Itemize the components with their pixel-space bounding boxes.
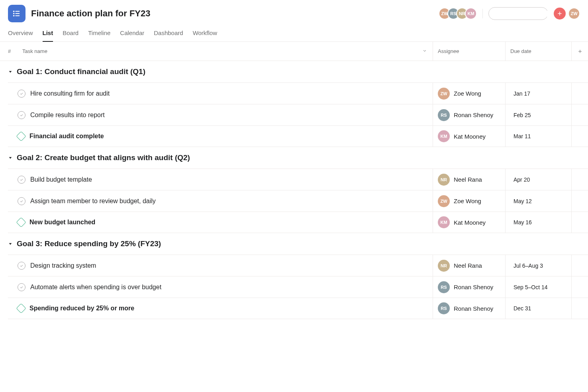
search-input[interactable]	[488, 7, 548, 20]
task-name: Hire consulting firm for audit	[30, 90, 110, 97]
tab-calendar[interactable]: Calendar	[120, 29, 144, 41]
task-row[interactable]: Financial audit completeKMKat MooneyMar …	[8, 125, 588, 147]
due-date-cell[interactable]: Apr 20	[505, 169, 571, 190]
complete-checkbox[interactable]	[18, 283, 25, 291]
tab-board[interactable]: Board	[63, 29, 78, 41]
due-date-cell[interactable]: Sep 5–Oct 14	[505, 276, 571, 298]
extra-cell	[571, 212, 588, 233]
svg-point-0	[13, 11, 15, 12]
task-name: Financial audit complete	[29, 133, 104, 140]
extra-cell	[571, 276, 588, 298]
assignee-cell[interactable]: RSRonan Shenoy	[433, 104, 505, 125]
tab-list[interactable]: List	[43, 29, 53, 42]
complete-checkbox[interactable]	[18, 197, 25, 205]
complete-checkbox[interactable]	[18, 262, 25, 270]
task-name: Assign team member to review budget, dai…	[30, 198, 156, 205]
task-row[interactable]: Design tracking systemNRNeel RanaJul 6–A…	[8, 255, 588, 276]
task-main[interactable]: Build budget template	[8, 169, 433, 190]
task-main[interactable]: Hire consulting firm for audit	[8, 83, 433, 104]
create-button[interactable]	[554, 8, 566, 20]
task-sections: Goal 1: Conduct financial audit (Q1)Hire…	[0, 61, 588, 319]
task-row[interactable]: Compile results into reportRSRonan Sheno…	[8, 104, 588, 125]
add-column-button[interactable]	[571, 42, 588, 61]
chevron-down-icon[interactable]	[422, 48, 427, 54]
task-name: Build budget template	[30, 176, 92, 183]
milestone-icon[interactable]	[16, 131, 26, 141]
caret-down-icon[interactable]	[8, 155, 13, 160]
header-right: ZWRSNRKM ZW	[439, 7, 580, 20]
section-header[interactable]: Goal 1: Conduct financial audit (Q1)	[0, 61, 588, 82]
assignee-name: Zoe Wong	[454, 90, 481, 97]
task-row[interactable]: New budget launchedKMKat MooneyMay 16	[8, 212, 588, 233]
milestone-icon[interactable]	[16, 217, 26, 227]
assignee-cell[interactable]: NRNeel Rana	[433, 169, 505, 190]
tab-timeline[interactable]: Timeline	[88, 29, 110, 41]
task-main[interactable]: Spending reduced by 25% or more	[8, 298, 433, 319]
extra-cell	[571, 83, 588, 104]
assignee-avatar: KM	[438, 130, 450, 142]
task-main[interactable]: Compile results into report	[8, 104, 433, 125]
project-title[interactable]: Finance action plan for FY23	[31, 8, 151, 19]
task-main[interactable]: New budget launched	[8, 212, 433, 233]
assignee-cell[interactable]: KMKat Mooney	[433, 126, 505, 147]
due-date-cell[interactable]: Dec 31	[505, 298, 571, 319]
assignee-cell[interactable]: KMKat Mooney	[433, 212, 505, 233]
svg-rect-5	[15, 16, 20, 16]
assignee-avatar: ZW	[438, 88, 450, 100]
complete-checkbox[interactable]	[18, 111, 25, 119]
task-row[interactable]: Build budget templateNRNeel RanaApr 20	[8, 169, 588, 190]
task-name: New budget launched	[29, 219, 95, 226]
assignee-cell[interactable]: ZWZoe Wong	[433, 83, 505, 104]
due-date-cell[interactable]: Feb 25	[505, 104, 571, 125]
member-avatar-stack[interactable]: ZWRSNRKM	[439, 8, 477, 20]
task-name: Spending reduced by 25% or more	[29, 305, 134, 312]
search-field[interactable]	[495, 11, 562, 17]
column-task-name[interactable]: Task name	[14, 48, 433, 54]
svg-point-4	[13, 15, 15, 17]
due-date-cell[interactable]: May 16	[505, 212, 571, 233]
due-date-cell[interactable]: Jan 17	[505, 83, 571, 104]
svg-marker-14	[9, 243, 12, 245]
tab-overview[interactable]: Overview	[8, 29, 33, 41]
extra-cell	[571, 298, 588, 319]
complete-checkbox[interactable]	[18, 90, 25, 98]
task-row[interactable]: Automate alerts when spending is over bu…	[8, 276, 588, 298]
milestone-icon[interactable]	[16, 303, 26, 313]
tab-dashboard[interactable]: Dashboard	[154, 29, 183, 41]
assignee-name: Kat Mooney	[454, 219, 486, 226]
task-row[interactable]: Spending reduced by 25% or moreRSRonan S…	[8, 298, 588, 319]
caret-down-icon[interactable]	[8, 69, 13, 74]
member-avatar[interactable]: KM	[465, 8, 477, 20]
project-icon[interactable]	[8, 5, 25, 22]
section-title: Goal 3: Reduce spending by 25% (FY23)	[17, 239, 161, 248]
assignee-name: Ronan Shenoy	[454, 284, 493, 290]
project-header: Finance action plan for FY23 ZWRSNRKM ZW	[0, 0, 588, 22]
assignee-cell[interactable]: RSRonan Shenoy	[433, 298, 505, 319]
due-date-cell[interactable]: Mar 11	[505, 126, 571, 147]
task-main[interactable]: Financial audit complete	[8, 126, 433, 147]
section-title: Goal 1: Conduct financial audit (Q1)	[17, 67, 145, 76]
task-row[interactable]: Hire consulting firm for auditZWZoe Wong…	[8, 82, 588, 104]
assignee-cell[interactable]: RSRonan Shenoy	[433, 276, 505, 298]
section-header[interactable]: Goal 3: Reduce spending by 25% (FY23)	[0, 233, 588, 255]
task-main[interactable]: Automate alerts when spending is over bu…	[8, 276, 433, 298]
column-assignee[interactable]: Assignee	[433, 42, 505, 61]
section-header[interactable]: Goal 2: Create budget that aligns with a…	[0, 147, 588, 169]
caret-down-icon[interactable]	[8, 241, 13, 246]
assignee-cell[interactable]: ZWZoe Wong	[433, 190, 505, 212]
task-row[interactable]: Assign team member to review budget, dai…	[8, 190, 588, 212]
assignee-avatar: NR	[438, 260, 450, 272]
task-main[interactable]: Design tracking system	[8, 255, 433, 276]
task-name: Automate alerts when spending is over bu…	[30, 284, 161, 291]
complete-checkbox[interactable]	[18, 176, 25, 184]
user-avatar[interactable]: ZW	[568, 8, 580, 20]
due-date-cell[interactable]: Jul 6–Aug 3	[505, 255, 571, 276]
column-number: #	[0, 48, 14, 54]
assignee-cell[interactable]: NRNeel Rana	[433, 255, 505, 276]
task-main[interactable]: Assign team member to review budget, dai…	[8, 190, 433, 212]
assignee-avatar: NR	[438, 174, 450, 186]
tab-workflow[interactable]: Workflow	[193, 29, 217, 41]
column-due-date[interactable]: Due date	[505, 42, 571, 61]
due-date-cell[interactable]: May 12	[505, 190, 571, 212]
svg-marker-13	[9, 157, 12, 159]
